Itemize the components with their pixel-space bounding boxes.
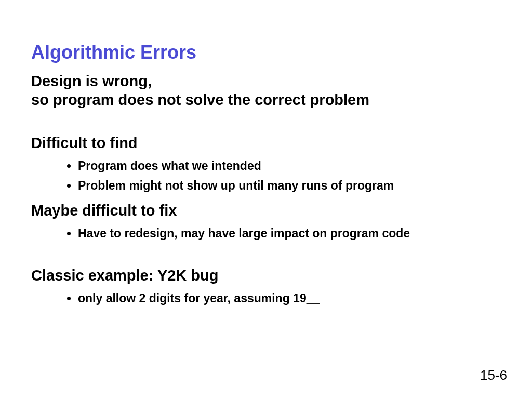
- bullet-item: Program does what we intended: [78, 157, 501, 175]
- section-2-bullets: Have to redesign, may have large impact …: [31, 224, 501, 243]
- page-number: 15-6: [480, 367, 507, 383]
- section-1-bullets: Program does what we intended Problem mi…: [31, 157, 501, 195]
- subtitle-line-2: so program does not solve the correct pr…: [31, 91, 369, 108]
- slide-title: Algorithmic Errors: [31, 42, 501, 63]
- subtitle-line-1: Design is wrong,: [31, 73, 152, 89]
- slide-content: Algorithmic Errors Design is wrong, so p…: [0, 0, 532, 399]
- section-3-bullets: only allow 2 digits for year, assuming 1…: [31, 289, 501, 308]
- section-heading-3: Classic example: Y2K bug: [31, 267, 501, 284]
- bullet-item: Problem might not show up until many run…: [78, 177, 501, 195]
- slide-subtitle: Design is wrong, so program does not sol…: [31, 72, 501, 110]
- section-heading-1: Difficult to find: [31, 135, 501, 152]
- bullet-item: Have to redesign, may have large impact …: [78, 224, 501, 243]
- bullet-item: only allow 2 digits for year, assuming 1…: [78, 289, 501, 308]
- section-heading-2: Maybe difficult to fix: [31, 202, 501, 219]
